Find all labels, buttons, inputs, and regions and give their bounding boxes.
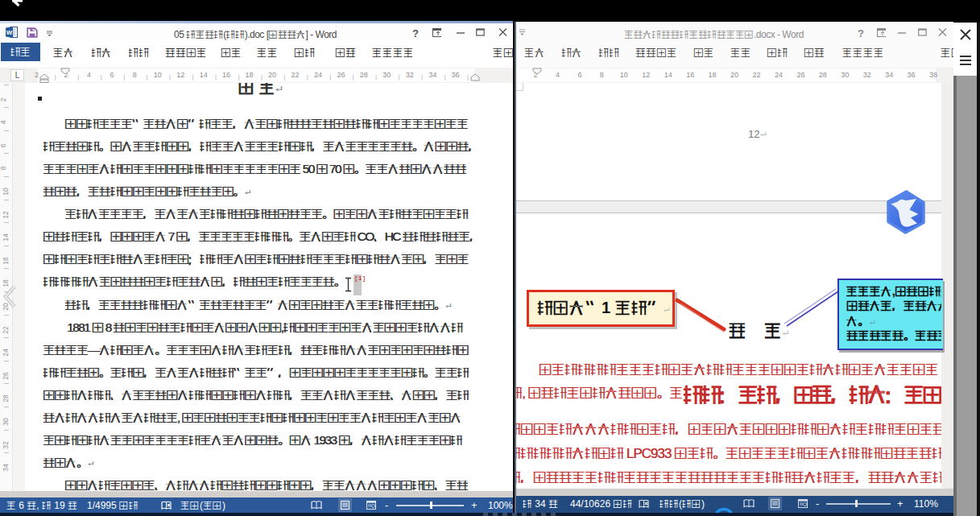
- svg-text:W: W: [6, 29, 13, 36]
